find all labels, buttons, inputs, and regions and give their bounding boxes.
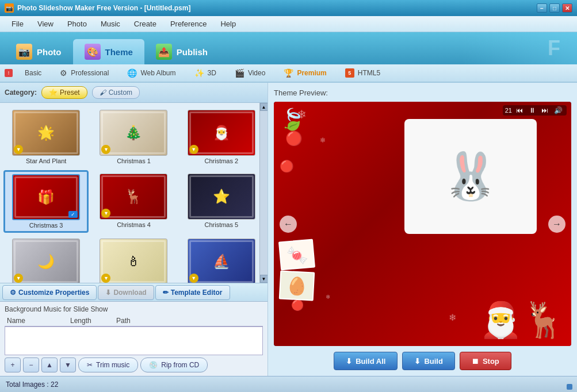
add-music-button[interactable]: +: [5, 358, 21, 372]
download-icon: ⬇: [105, 289, 111, 297]
music-col-name: Name: [7, 317, 70, 325]
theme-label-christmas-4: Christmas 4: [117, 221, 151, 228]
theme-badge-xmas2: ▼: [189, 145, 198, 154]
menu-photo[interactable]: Photo: [60, 17, 94, 30]
subtab-html5[interactable]: 5 HTML5: [337, 66, 389, 80]
trim-music-label: Trim music: [96, 361, 129, 369]
theme-label-christmas-3: Christmas 3: [29, 222, 63, 229]
thumb-content-xmas3: 🎁 ✓: [13, 175, 79, 219]
left-panel: Category: ⭐ Preset 🖌 Custom 🌟: [0, 83, 268, 376]
scroll-up-btn[interactable]: ▲: [260, 103, 268, 111]
subtab-premium-label: Premium: [297, 69, 326, 77]
preview-skip-end[interactable]: ⏭: [540, 106, 550, 114]
tab-photo[interactable]: 📷 Photo: [5, 39, 73, 64]
theme-item-christmas-7[interactable]: 🕯 ▼ Christmas 7: [91, 235, 176, 283]
santa-decoration: 🎅🦌: [479, 299, 565, 340]
snowflake-4: ❄: [449, 312, 456, 323]
remove-music-button[interactable]: −: [23, 358, 39, 372]
thumb-content-xmas6: 🌙 ▼: [13, 239, 79, 283]
main-tab-bar: 📷 Photo 🎨 Theme 📤 Publish F: [0, 32, 577, 64]
photos-strip: 🍬 🥚: [280, 240, 314, 300]
tab-publish[interactable]: 📤 Publish: [144, 39, 219, 64]
app-icon: 📷: [5, 3, 14, 13]
subtab-professional[interactable]: ⚙ Professional: [51, 66, 117, 80]
subtab-video[interactable]: 🎬 Video: [226, 66, 274, 80]
stop-button[interactable]: ⏹ Stop: [460, 352, 511, 370]
theme-item-christmas-5[interactable]: ⭐ Christmas 5: [179, 170, 264, 233]
paint-icon: 🖌: [100, 89, 106, 97]
thumb-frame-4: [101, 175, 166, 218]
cd-icon: 💿: [149, 361, 158, 369]
theme-item-christmas-1[interactable]: 🎄 ▼ Christmas 1: [91, 106, 176, 168]
window-controls: − □ ✕: [537, 3, 572, 13]
theme-item-christmas-4[interactable]: 🦌 ▼ Christmas 4: [91, 170, 176, 233]
trim-music-button[interactable]: ✂ Trim music: [78, 358, 138, 372]
3d-icon: ✨: [194, 68, 204, 78]
theme-tab-label: Theme: [105, 47, 133, 57]
music-table-header: Name Length Path: [5, 316, 263, 326]
move-down-music-button[interactable]: ▼: [60, 358, 76, 372]
scissors-icon: ✂: [87, 361, 93, 369]
subtab-html5-label: HTML5: [358, 69, 380, 77]
next-slide-button[interactable]: →: [548, 216, 565, 233]
preset-tab[interactable]: ⭐ Preset: [41, 86, 87, 99]
build-button[interactable]: ⬇ Build: [402, 352, 455, 370]
theme-item-christmas-3[interactable]: 🎁 ✓ Christmas 3: [3, 170, 89, 233]
tab-theme[interactable]: 🎨 Theme: [73, 39, 144, 64]
thumb-content-xmas4: 🦌 ▼: [100, 174, 167, 219]
subtab-3d-label: 3D: [208, 69, 216, 77]
theme-scrollbar[interactable]: ▲ ▼: [259, 103, 268, 283]
preview-skip-start[interactable]: ⏮: [514, 106, 525, 114]
download-button[interactable]: ⬇ Download: [98, 285, 154, 300]
menu-music[interactable]: Music: [94, 17, 127, 30]
photo-tab-icon: 📷: [16, 44, 32, 60]
download-label: Download: [113, 289, 146, 297]
theme-item-christmas-2[interactable]: 🎅 ▼ Christmas 2: [179, 106, 264, 168]
menu-help[interactable]: Help: [213, 17, 243, 30]
maximize-button[interactable]: □: [549, 3, 560, 13]
thumb-content-xmas5: ⭐: [188, 174, 255, 219]
theme-item-star-plant[interactable]: 🌟 ▼ Star And Plant: [3, 106, 89, 168]
menu-preference[interactable]: Preference: [163, 17, 214, 30]
category-label: Category:: [5, 89, 37, 97]
slide-counter: 21: [505, 107, 512, 114]
theme-thumb-christmas-3: 🎁 ✓: [12, 174, 80, 220]
resize-handle[interactable]: [567, 384, 572, 390]
video-icon: 🎬: [235, 68, 244, 78]
minimize-button[interactable]: −: [537, 3, 547, 13]
music-controls: + − ▲ ▼ ✂ Trim music 💿 Rip from CD: [5, 358, 263, 372]
menu-create[interactable]: Create: [127, 17, 163, 30]
html5-badge: 5: [345, 68, 354, 78]
close-button[interactable]: ✕: [562, 3, 572, 13]
publish-tab-label: Publish: [177, 47, 208, 57]
photo-thumb-2: 🥚: [279, 270, 315, 301]
rip-cd-label: Rip from CD: [161, 361, 199, 369]
theme-grid: 🌟 ▼ Star And Plant 🎄 ▼: [0, 103, 268, 283]
status-text: Total Images : 22: [6, 381, 58, 389]
subtab-premium[interactable]: 🏆 Premium: [275, 66, 335, 80]
publish-tab-icon: 📤: [156, 44, 172, 60]
right-panel: Theme Preview: ❄ ❄ ❄ ❄ ❄ 🍃 🔴 🔴 🔴 🍬 �: [268, 83, 577, 376]
premium-icon: 🏆: [284, 68, 293, 78]
preview-play-pause[interactable]: ⏸: [527, 106, 537, 114]
sub-tab-bar: ! Basic ⚙ Professional 🌐 Web Album ✨ 3D …: [0, 64, 577, 83]
customize-properties-button[interactable]: ⚙ Customize Properties: [2, 285, 97, 300]
subtab-webalbum[interactable]: 🌐 Web Album: [119, 66, 184, 80]
prev-slide-button[interactable]: ←: [280, 216, 297, 233]
theme-item-christmas-8[interactable]: ⛵ ▼ Christmas 8: [179, 235, 264, 283]
custom-tab[interactable]: 🖌 Custom: [92, 86, 140, 99]
menu-view[interactable]: View: [30, 17, 60, 30]
rip-cd-button[interactable]: 💿 Rip from CD: [140, 358, 208, 372]
template-editor-button[interactable]: ✏ Template Editor: [155, 285, 230, 300]
subtab-3d[interactable]: ✨ 3D: [186, 66, 225, 80]
menu-file[interactable]: File: [5, 17, 30, 30]
theme-thumb-christmas-5: ⭐: [188, 174, 255, 220]
move-up-music-button[interactable]: ▲: [41, 358, 58, 372]
holly-decoration: 🍃: [280, 107, 305, 132]
subtab-basic[interactable]: Basic: [16, 66, 50, 80]
preview-volume[interactable]: 🔊: [552, 106, 564, 114]
build-all-button[interactable]: ⬇ Build All: [334, 352, 398, 370]
main-photo-area: 🐰: [404, 119, 537, 234]
scroll-down-btn[interactable]: ▼: [260, 275, 268, 283]
theme-item-christmas-6[interactable]: 🌙 ▼ Christmas 6: [3, 235, 89, 283]
